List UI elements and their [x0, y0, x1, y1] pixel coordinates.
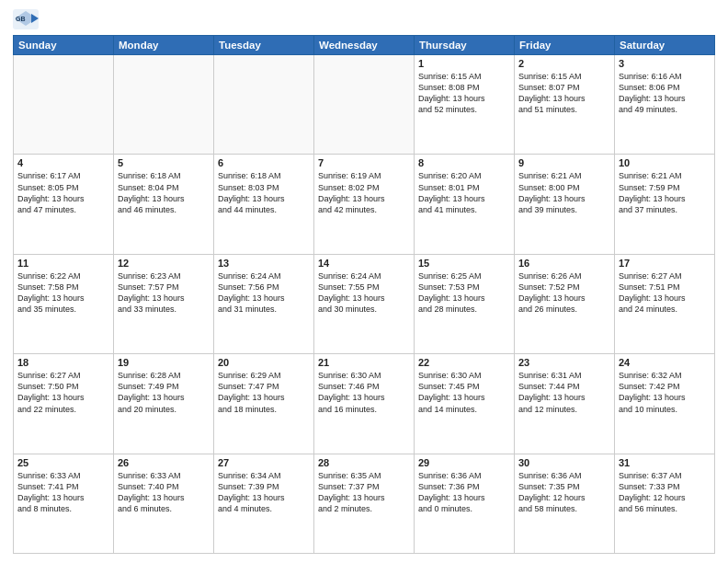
day-number: 30: [518, 457, 610, 468]
cell-info: Sunrise: 6:27 AM Sunset: 7:50 PM Dayligh…: [17, 370, 109, 415]
calendar-cell: 1Sunrise: 6:15 AM Sunset: 8:08 PM Daylig…: [415, 55, 515, 155]
cell-info: Sunrise: 6:28 AM Sunset: 7:49 PM Dayligh…: [118, 370, 210, 415]
cell-info: Sunrise: 6:23 AM Sunset: 7:57 PM Dayligh…: [118, 270, 210, 316]
day-number: 4: [17, 157, 109, 168]
calendar-table: SundayMondayTuesdayWednesdayThursdayFrid…: [13, 35, 715, 554]
calendar-body: 1Sunrise: 6:15 AM Sunset: 8:08 PM Daylig…: [14, 55, 715, 554]
day-number: 7: [318, 157, 410, 168]
week-row-2: 4Sunrise: 6:17 AM Sunset: 8:05 PM Daylig…: [14, 155, 715, 254]
calendar-cell: 3Sunrise: 6:16 AM Sunset: 8:06 PM Daylig…: [615, 55, 715, 155]
logo-icon: GB: [13, 9, 39, 29]
cell-info: Sunrise: 6:15 AM Sunset: 8:07 PM Dayligh…: [518, 71, 610, 116]
calendar-cell: 29Sunrise: 6:36 AM Sunset: 7:36 PM Dayli…: [415, 454, 515, 553]
calendar-cell: 24Sunrise: 6:32 AM Sunset: 7:42 PM Dayli…: [615, 354, 715, 454]
day-number: 5: [118, 157, 210, 168]
calendar-cell: 2Sunrise: 6:15 AM Sunset: 8:07 PM Daylig…: [515, 55, 615, 155]
day-number: 23: [518, 357, 610, 368]
day-number: 11: [17, 258, 109, 269]
day-number: 14: [318, 258, 410, 269]
week-row-5: 25Sunrise: 6:33 AM Sunset: 7:41 PM Dayli…: [14, 454, 715, 553]
calendar-cell: 19Sunrise: 6:28 AM Sunset: 7:49 PM Dayli…: [114, 354, 214, 454]
cell-info: Sunrise: 6:30 AM Sunset: 7:45 PM Dayligh…: [418, 370, 510, 415]
calendar-cell: 10Sunrise: 6:21 AM Sunset: 7:59 PM Dayli…: [615, 155, 715, 254]
calendar-cell: 6Sunrise: 6:18 AM Sunset: 8:03 PM Daylig…: [214, 155, 314, 254]
day-number: 28: [318, 457, 410, 468]
calendar-cell: 13Sunrise: 6:24 AM Sunset: 7:56 PM Dayli…: [214, 254, 314, 353]
calendar-cell: 18Sunrise: 6:27 AM Sunset: 7:50 PM Dayli…: [14, 354, 114, 454]
week-row-4: 18Sunrise: 6:27 AM Sunset: 7:50 PM Dayli…: [14, 354, 715, 454]
calendar-cell: 23Sunrise: 6:31 AM Sunset: 7:44 PM Dayli…: [515, 354, 615, 454]
cell-info: Sunrise: 6:22 AM Sunset: 7:58 PM Dayligh…: [17, 270, 109, 316]
weekday-header-friday: Friday: [515, 36, 615, 55]
calendar-cell: 16Sunrise: 6:26 AM Sunset: 7:52 PM Dayli…: [515, 254, 615, 353]
calendar-cell: [14, 55, 114, 155]
day-number: 20: [218, 357, 310, 368]
cell-info: Sunrise: 6:30 AM Sunset: 7:46 PM Dayligh…: [318, 370, 410, 415]
calendar-cell: 14Sunrise: 6:24 AM Sunset: 7:55 PM Dayli…: [314, 254, 415, 353]
calendar-cell: 12Sunrise: 6:23 AM Sunset: 7:57 PM Dayli…: [114, 254, 214, 353]
cell-info: Sunrise: 6:32 AM Sunset: 7:42 PM Dayligh…: [619, 370, 711, 415]
calendar-cell: 11Sunrise: 6:22 AM Sunset: 7:58 PM Dayli…: [14, 254, 114, 353]
cell-info: Sunrise: 6:21 AM Sunset: 7:59 PM Dayligh…: [619, 170, 711, 215]
cell-info: Sunrise: 6:29 AM Sunset: 7:47 PM Dayligh…: [218, 370, 310, 415]
calendar-cell: 15Sunrise: 6:25 AM Sunset: 7:53 PM Dayli…: [415, 254, 515, 353]
calendar-page: GB SundayMondayTuesdayWednesdayThursdayF…: [0, 0, 728, 563]
day-number: 26: [118, 457, 210, 468]
day-number: 18: [17, 357, 109, 368]
calendar-cell: 17Sunrise: 6:27 AM Sunset: 7:51 PM Dayli…: [615, 254, 715, 353]
calendar-cell: 20Sunrise: 6:29 AM Sunset: 7:47 PM Dayli…: [214, 354, 314, 454]
cell-info: Sunrise: 6:24 AM Sunset: 7:55 PM Dayligh…: [318, 270, 410, 316]
weekday-header-wednesday: Wednesday: [314, 36, 415, 55]
cell-info: Sunrise: 6:36 AM Sunset: 7:36 PM Dayligh…: [418, 470, 510, 515]
calendar-cell: 30Sunrise: 6:36 AM Sunset: 7:35 PM Dayli…: [515, 454, 615, 553]
day-number: 29: [418, 457, 510, 468]
calendar-cell: 28Sunrise: 6:35 AM Sunset: 7:37 PM Dayli…: [314, 454, 415, 553]
logo: GB: [13, 9, 42, 29]
day-number: 25: [17, 457, 109, 468]
day-number: 27: [218, 457, 310, 468]
day-number: 12: [118, 258, 210, 269]
cell-info: Sunrise: 6:15 AM Sunset: 8:08 PM Dayligh…: [418, 71, 510, 116]
cell-info: Sunrise: 6:33 AM Sunset: 7:41 PM Dayligh…: [17, 470, 109, 515]
week-row-1: 1Sunrise: 6:15 AM Sunset: 8:08 PM Daylig…: [14, 55, 715, 155]
cell-info: Sunrise: 6:25 AM Sunset: 7:53 PM Dayligh…: [418, 270, 510, 316]
day-number: 10: [619, 157, 711, 168]
calendar-cell: 5Sunrise: 6:18 AM Sunset: 8:04 PM Daylig…: [114, 155, 214, 254]
day-number: 3: [619, 58, 711, 69]
cell-info: Sunrise: 6:31 AM Sunset: 7:44 PM Dayligh…: [518, 370, 610, 415]
day-number: 22: [418, 357, 510, 368]
weekday-header-tuesday: Tuesday: [214, 36, 314, 55]
cell-info: Sunrise: 6:21 AM Sunset: 8:00 PM Dayligh…: [518, 170, 610, 215]
day-number: 31: [619, 457, 711, 468]
weekday-header-saturday: Saturday: [615, 36, 715, 55]
calendar-cell: 7Sunrise: 6:19 AM Sunset: 8:02 PM Daylig…: [314, 155, 415, 254]
day-number: 15: [418, 258, 510, 269]
day-number: 17: [619, 258, 711, 269]
cell-info: Sunrise: 6:37 AM Sunset: 7:33 PM Dayligh…: [619, 470, 711, 515]
weekday-header-thursday: Thursday: [415, 36, 515, 55]
calendar-cell: 25Sunrise: 6:33 AM Sunset: 7:41 PM Dayli…: [14, 454, 114, 553]
calendar-cell: [314, 55, 415, 155]
weekday-header-monday: Monday: [114, 36, 214, 55]
cell-info: Sunrise: 6:24 AM Sunset: 7:56 PM Dayligh…: [218, 270, 310, 316]
cell-info: Sunrise: 6:27 AM Sunset: 7:51 PM Dayligh…: [619, 270, 711, 316]
calendar-cell: [114, 55, 214, 155]
day-number: 1: [418, 58, 510, 69]
calendar-cell: 26Sunrise: 6:33 AM Sunset: 7:40 PM Dayli…: [114, 454, 214, 553]
header: GB: [13, 9, 715, 29]
day-number: 24: [619, 357, 711, 368]
week-row-3: 11Sunrise: 6:22 AM Sunset: 7:58 PM Dayli…: [14, 254, 715, 353]
day-number: 13: [218, 258, 310, 269]
cell-info: Sunrise: 6:33 AM Sunset: 7:40 PM Dayligh…: [118, 470, 210, 515]
cell-info: Sunrise: 6:34 AM Sunset: 7:39 PM Dayligh…: [218, 470, 310, 515]
cell-info: Sunrise: 6:17 AM Sunset: 8:05 PM Dayligh…: [17, 170, 109, 215]
weekday-header-sunday: Sunday: [14, 36, 114, 55]
calendar-cell: 22Sunrise: 6:30 AM Sunset: 7:45 PM Dayli…: [415, 354, 515, 454]
cell-info: Sunrise: 6:18 AM Sunset: 8:03 PM Dayligh…: [218, 170, 310, 215]
calendar-cell: 9Sunrise: 6:21 AM Sunset: 8:00 PM Daylig…: [515, 155, 615, 254]
day-number: 21: [318, 357, 410, 368]
cell-info: Sunrise: 6:26 AM Sunset: 7:52 PM Dayligh…: [518, 270, 610, 316]
cell-info: Sunrise: 6:18 AM Sunset: 8:04 PM Dayligh…: [118, 170, 210, 215]
calendar-cell: 27Sunrise: 6:34 AM Sunset: 7:39 PM Dayli…: [214, 454, 314, 553]
day-number: 16: [518, 258, 610, 269]
